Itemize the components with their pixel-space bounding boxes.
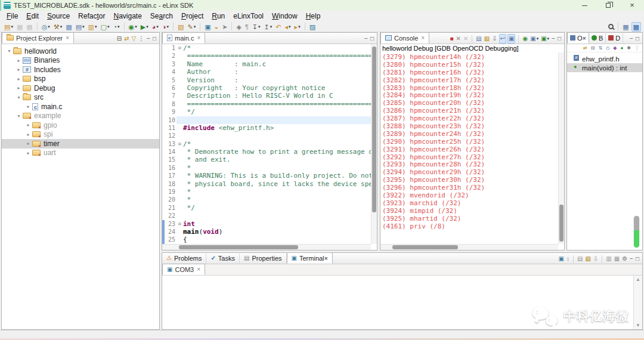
tab-debugger[interactable]: D xyxy=(606,32,623,44)
outline-item-main-void-int[interactable]: main(void) : int xyxy=(567,63,642,72)
code-line[interactable]: 5 Version : xyxy=(162,76,371,84)
code-line[interactable]: 24main(void) xyxy=(162,228,371,236)
tab-outline[interactable]: O× xyxy=(567,32,589,44)
tab-problems[interactable]: Problems xyxy=(162,252,206,264)
chevron-right-icon[interactable]: ▸ xyxy=(24,141,32,146)
minimize-button[interactable] xyxy=(572,0,596,11)
current-perspective-icon[interactable]: ▩ xyxy=(631,22,641,32)
new-c-project-icon[interactable]: ▤▾ xyxy=(75,22,86,32)
build-icon[interactable]: ⚒▾ xyxy=(52,22,63,32)
minimize-icon[interactable]: − xyxy=(629,254,634,264)
debug-icon[interactable]: ◉▾ xyxy=(128,22,138,32)
editor-horizontal-scrollbar[interactable] xyxy=(162,244,371,250)
save-icon[interactable]: ▦ xyxy=(16,22,24,32)
code-line[interactable]: 10 xyxy=(162,116,371,124)
tree-item-binaries[interactable]: ▸Binaries xyxy=(2,56,159,66)
tab-project-explorer[interactable]: Project Explorer × xyxy=(2,32,74,44)
filter-icon[interactable]: ▽ xyxy=(131,34,137,44)
tree-item-example[interactable]: ▾example xyxy=(2,112,159,121)
terminal-output[interactable]: ▲ ▼ ^ ^ ^ ^ 中科亿海微 xyxy=(162,276,642,329)
menu-search[interactable]: Search xyxy=(146,11,177,21)
tab-tasks[interactable]: Tasks xyxy=(206,252,240,264)
code-line[interactable]: 4 Author : xyxy=(162,68,371,76)
code-line[interactable]: 17 * WARNING: This is a build-only proje… xyxy=(162,172,371,180)
menu-navigate[interactable]: Navigate xyxy=(109,11,145,21)
hide-fields-icon[interactable]: ◇ xyxy=(605,44,611,53)
terminate-icon[interactable]: ■ xyxy=(449,34,454,44)
copy-all-icon[interactable]: ▥ xyxy=(605,254,612,264)
search-actions-icon[interactable]: ◔▾ xyxy=(112,22,120,32)
console-horizontal-scrollbar[interactable] xyxy=(380,244,558,250)
copy-icon[interactable]: ▤ xyxy=(577,254,583,264)
fold-collapse-icon[interactable]: ⊖ xyxy=(177,220,183,228)
toggle-split-icon[interactable]: ↕ xyxy=(566,254,570,264)
close-icon[interactable]: × xyxy=(66,35,69,41)
code-line[interactable]: 3 Name : main.c xyxy=(162,60,371,68)
menu-refactor[interactable]: Refactor xyxy=(74,11,109,21)
maximize-icon[interactable]: □ xyxy=(635,34,640,44)
pin-console-icon[interactable]: ◉ xyxy=(522,34,528,44)
next-annotation-icon[interactable]: ↧▾ xyxy=(251,22,262,32)
close-icon[interactable]: × xyxy=(421,35,425,41)
fold-collapse-icon[interactable]: ⊖ xyxy=(177,140,183,148)
new-folder-icon[interactable]: ▥▾ xyxy=(87,22,98,32)
scroll-lock-icon[interactable]: ⇩ xyxy=(491,34,497,44)
chevron-down-icon[interactable]: ▾ xyxy=(15,113,23,119)
menu-help[interactable]: Help xyxy=(302,11,325,21)
maximize-icon[interactable]: □ xyxy=(635,254,640,264)
tree-item-main-c[interactable]: ▸main.c xyxy=(2,102,159,112)
show-whitespace-icon[interactable]: ¶ xyxy=(244,22,250,32)
run-icon[interactable]: ▶▾ xyxy=(140,22,150,32)
code-line[interactable]: 16 * xyxy=(162,164,371,172)
scrollbar-thumb[interactable] xyxy=(372,47,376,212)
menu-project[interactable]: Project xyxy=(177,11,208,21)
code-line[interactable]: 15 * and exit. xyxy=(162,156,371,163)
chevron-right-icon[interactable]: ▸ xyxy=(15,67,23,72)
code-line[interactable]: 14 * Demonstrate how to print a greeting… xyxy=(162,148,371,156)
open-console-icon[interactable]: ▣▾ xyxy=(540,34,550,44)
last-edit-location-icon[interactable]: ↶ xyxy=(274,22,282,32)
scroll-down-icon[interactable]: ▼ xyxy=(636,323,640,328)
collapse-all-icon[interactable]: ⊟ xyxy=(116,34,122,44)
close-icon[interactable]: × xyxy=(197,266,200,273)
editor-vertical-scrollbar[interactable] xyxy=(371,44,377,244)
menu-window[interactable]: Window xyxy=(268,11,302,21)
menu-file[interactable]: File xyxy=(2,11,22,21)
remove-launch-icon[interactable]: ✕ xyxy=(456,34,462,44)
tab-console[interactable]: Console × xyxy=(380,32,429,44)
hide-static-members-icon[interactable]: ◆ xyxy=(612,44,618,53)
code-line[interactable]: 12 xyxy=(162,132,371,140)
tree-item-uart[interactable]: ▸uart xyxy=(2,149,159,158)
link-with-editor-icon[interactable]: ⇄ xyxy=(123,34,129,44)
chevron-right-icon[interactable]: ▸ xyxy=(15,76,23,82)
terminal-scrollbar[interactable]: ▲ ▼ xyxy=(633,276,642,329)
menu-elinxtool[interactable]: eLinxTool xyxy=(229,11,268,21)
tab-com3[interactable]: COM3 × xyxy=(162,264,205,275)
chevron-right-icon[interactable]: ▸ xyxy=(24,122,32,128)
console-vertical-scrollbar[interactable] xyxy=(558,52,564,244)
restore-button[interactable] xyxy=(596,0,620,11)
tree-item-includes[interactable]: ▸Includes xyxy=(2,65,159,75)
code-line[interactable]: 8 ======================================… xyxy=(162,100,371,108)
scrollbar-thumb[interactable] xyxy=(559,205,564,242)
maximize-icon[interactable]: □ xyxy=(370,34,374,44)
minimize-icon[interactable]: − xyxy=(551,34,556,44)
back-icon[interactable]: ◂▾ xyxy=(284,22,292,32)
code-line[interactable]: 9 */ xyxy=(162,108,371,116)
clear-terminal-icon[interactable]: ▧ xyxy=(584,254,591,264)
open-perspective-icon[interactable]: ▦ xyxy=(621,22,630,32)
tree-item-bsp[interactable]: ▸bsp xyxy=(2,75,159,84)
code-line[interactable]: 6 Copyright : Your copyright notice xyxy=(162,84,371,92)
link-with-editor-icon[interactable]: ⇄ xyxy=(582,44,589,53)
chevron-right-icon[interactable]: ▸ xyxy=(24,150,32,156)
code-line[interactable]: 23⊖int xyxy=(162,220,371,228)
open-resource-icon[interactable]: ▧ xyxy=(177,22,185,32)
chevron-right-icon[interactable]: ▸ xyxy=(24,132,32,137)
scroll-up-icon[interactable]: ▲ xyxy=(636,277,640,282)
tree-item-spi[interactable]: ▸spi xyxy=(2,130,159,140)
code-line[interactable]: 19 * xyxy=(162,188,371,196)
display-selected-console-icon[interactable]: ▣▾ xyxy=(530,34,539,44)
remove-all-terminated-icon[interactable]: ✕ xyxy=(463,34,469,44)
code-line[interactable]: 11#include <ehw_printf.h> xyxy=(162,124,371,132)
annotate-icon[interactable]: ✎▾ xyxy=(186,22,197,32)
